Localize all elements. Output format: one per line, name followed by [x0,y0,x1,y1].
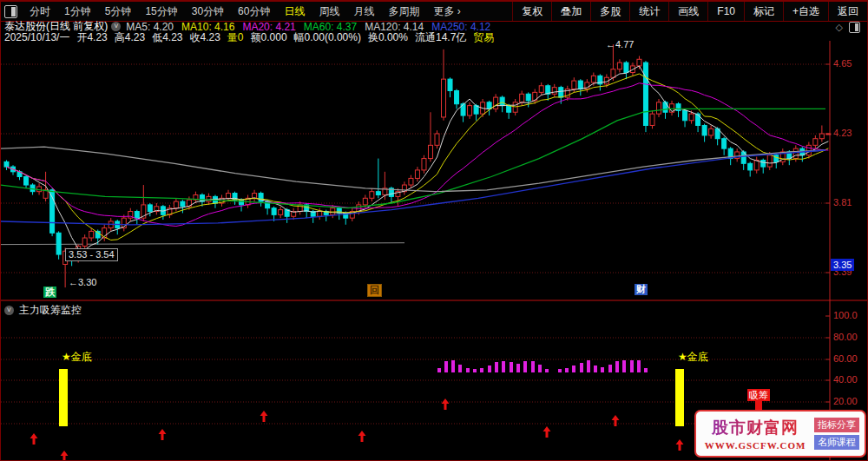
magenta-bar [523,361,527,372]
tab-60min[interactable]: 60分钟 [231,4,277,19]
magenta-bar [637,360,641,372]
candle-body [82,238,87,247]
magenta-bar [608,365,612,372]
collapse-icon[interactable]: ˅ [4,306,14,315]
candle-body [591,76,595,82]
event-marker-hui[interactable]: 回 [367,284,382,297]
ma-line-ma250 [1,150,825,225]
gold-bottom-flag: ★金底 [678,350,708,365]
tab-1min[interactable]: 1分钟 [57,4,98,19]
quote-close: 收4.23 [189,30,220,45]
quote-amount: 额0.000 [251,30,287,45]
candle-body [559,88,563,97]
candle-body [331,208,335,215]
magenta-bar [538,365,542,372]
event-marker-cai[interactable]: 财 [635,284,648,295]
tab-15min[interactable]: 15分钟 [138,4,184,19]
candle-body [689,114,694,121]
window-layout-icon[interactable] [4,5,17,18]
candle-body [702,125,707,135]
sub-y-axis-label: 20.00 [833,396,858,406]
tab-daily[interactable]: 日线 [277,4,312,19]
candlestick-chart[interactable] [1,1,868,461]
mark-button[interactable]: 标记 [744,2,783,21]
add-watchlist-button[interactable]: +自选 [783,2,828,21]
candle-body [376,192,380,195]
candle-body [240,200,244,205]
candle-body [174,201,178,208]
magenta-bar [473,369,477,372]
candle-body [826,134,831,135]
candle-body [507,106,511,113]
toolbar-right-group: 复权 叠加 多股 统计 画线 F10 标记 +自选 返回 [512,2,867,21]
magenta-bar [622,360,626,372]
candle-body [494,97,498,109]
candle-body [819,134,824,139]
split-view-icon[interactable] [849,22,860,33]
candle-body [643,63,648,125]
sub-panel-title: 主力吸筹监控 [19,303,82,318]
candle-body [748,163,753,170]
quote-volume: 量0 [227,30,244,45]
tab-multi-period[interactable]: 多周期 [381,4,426,19]
gold-bottom-bar [675,369,684,426]
magenta-bar [558,369,562,372]
candle-body [318,212,322,217]
main-y-axis-label: 3.81 [833,197,852,207]
magenta-bar [516,364,520,372]
sub-y-axis-label: 100.0 [833,310,858,320]
tab-monthly[interactable]: 月线 [346,4,381,19]
candle-body [552,88,556,95]
tab-more[interactable]: 更多 › [426,4,467,19]
absorb-chips-label: 吸筹 [747,389,770,401]
watermark-badge-indicators: 指标分享 [814,418,859,432]
candle-body [409,178,413,185]
price-annotation: ←3.30 [69,277,96,287]
quote-high: 高4.23 [115,30,145,45]
candle-body [709,128,713,135]
quote-date: 2025/10/13/一 [4,30,69,45]
candle-body [696,114,700,125]
candle-body [774,155,779,162]
candle-body [135,212,139,219]
buy-arrow-icon [358,431,366,442]
draw-line-button[interactable]: 画线 [668,2,707,21]
magenta-bar [565,368,569,372]
quote-row: 2025/10/13/一 开4.23 高4.23 低4.23 收4.23 量0 … [4,32,494,43]
back-button[interactable]: 返回 [828,2,867,21]
tab-30min[interactable]: 30分钟 [185,4,231,19]
site-watermark: 股市财富网 WWW.GSCFW.COM 指标分享 名师课程 [694,410,866,458]
watermark-text: 股市财富网 WWW.GSCFW.COM [701,417,809,451]
statistics-button[interactable]: 统计 [629,2,668,21]
candle-body [370,192,374,199]
candle-body [415,170,419,179]
magenta-bar [601,367,604,372]
tab-time-sharing[interactable]: 分时 [23,4,57,19]
overlay-button[interactable]: 叠加 [551,2,590,21]
support-line [1,243,404,245]
sub-y-axis-label: 60.00 [833,353,858,364]
quote-sector-tag[interactable]: 贸易 [473,30,494,45]
magenta-bar [437,368,441,372]
price-annotation: 3.53 - 3.54 [65,248,118,261]
watermark-url: WWW.GSCFW.COM [701,440,809,451]
candle-body [500,97,504,106]
watermark-badge-courses: 名师课程 [814,435,859,450]
candle-body [442,79,446,117]
tab-5min[interactable]: 5分钟 [98,4,139,19]
candle-body [572,81,576,89]
restoration-button[interactable]: 复权 [512,2,551,21]
candle-body [520,94,524,102]
candle-body [806,145,811,155]
quote-open: 开4.23 [76,30,107,45]
f10-button[interactable]: F10 [707,2,744,21]
ma-line-ma5 [7,66,829,250]
candle-body [813,139,818,146]
tab-weekly[interactable]: 周线 [312,4,346,19]
multi-stock-button[interactable]: 多股 [590,2,629,21]
candle-body [272,208,276,215]
diamond-icon[interactable]: ◇ [836,22,843,33]
sub-panel-title-row: ˅ 主力吸筹监控 [4,303,82,318]
stock-app-window: { "toolbar": { "tabs": [ {"label":"分时"},… [0,0,868,461]
price-annotation: ←4.77 [606,39,634,49]
